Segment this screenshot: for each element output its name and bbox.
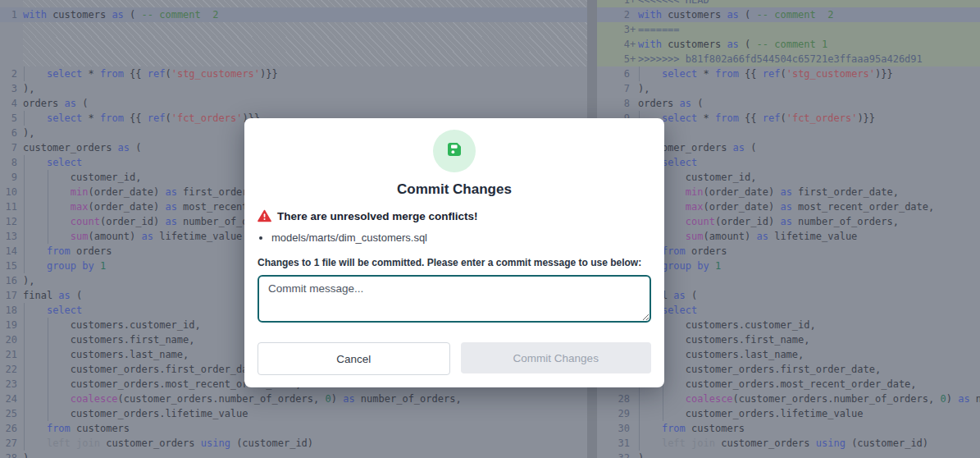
code-text: with customers as ( -- comment 2 [23, 7, 587, 22]
line-number: 5 [597, 52, 630, 66]
code-text: group by 1 [638, 259, 980, 273]
code-text: customer_orders.lifetime_value [638, 406, 980, 421]
code-text: from customers [23, 421, 587, 436]
code-line[interactable]: 3), [0, 81, 587, 96]
line-number: 28 [0, 451, 17, 458]
diff-add-mark [17, 52, 23, 66]
code-line[interactable]: 32) [597, 451, 980, 458]
code-line[interactable]: 24 coalesce(customer_orders.number_of_or… [0, 392, 587, 406]
code-line[interactable]: 1+<<<<<<< HEAD [597, 0, 980, 7]
code-text: left join customer_orders using (custome… [638, 436, 980, 451]
code-text: select * from {{ ref('stg_customers')}} [638, 66, 980, 81]
code-line[interactable]: 26 from customers [0, 421, 587, 436]
code-text: coalesce(customer_orders.number_of_order… [638, 392, 980, 406]
diff-add-mark [17, 155, 23, 170]
line-number [0, 0, 17, 7]
cancel-button[interactable]: Cancel [258, 342, 450, 375]
code-text: count(order_id) as number_of_orders, [638, 214, 980, 229]
dialog-buttons: Cancel Commit Changes [258, 342, 651, 375]
line-number: 15 [0, 259, 17, 273]
commit-changes-button[interactable]: Commit Changes [461, 342, 652, 373]
diff-add-mark [17, 362, 23, 377]
code-line[interactable]: 8orders as ( [597, 96, 980, 111]
code-line[interactable]: 2with customers as ( -- comment 2 [597, 7, 980, 22]
line-number: 7 [597, 81, 630, 96]
hatch-pattern [23, 52, 587, 66]
line-number: 24 [0, 392, 17, 406]
line-number: 27 [0, 436, 17, 451]
diff-add-mark [17, 140, 23, 155]
diff-add-mark [17, 421, 23, 436]
diff-filler-row[interactable] [0, 37, 587, 52]
code-line[interactable]: 27 left join customer_orders using (cust… [0, 436, 587, 451]
line-number: 20 [0, 332, 17, 347]
diff-filler-row[interactable] [0, 52, 587, 66]
code-text: max(order_date) as most_recent_order_dat… [638, 199, 980, 214]
diff-add-mark: + [630, 22, 638, 37]
code-line[interactable]: 31 left join customer_orders using (cust… [597, 436, 980, 451]
code-text: customers.first_name, [638, 332, 980, 347]
code-line[interactable]: 25 customer_orders.lifetime_value [0, 406, 587, 421]
diff-add-mark [17, 214, 23, 229]
diff-add-mark [630, 392, 638, 406]
diff-add-mark [17, 0, 23, 7]
conflict-file-item: models/marts/dim_customers.sql [258, 231, 651, 244]
code-line[interactable]: 30 from customers [597, 421, 980, 436]
diff-add-mark [630, 96, 638, 111]
diff-add-mark [630, 81, 638, 96]
code-line[interactable]: 6 select * from {{ ref('stg_customers')}… [597, 66, 980, 81]
code-line[interactable]: 1with customers as ( -- comment 2 [0, 7, 587, 22]
code-line[interactable]: 5+>>>>>>> b81f802a66fd544504c65721e3ffaa… [597, 52, 980, 66]
code-line[interactable]: 3+======= [597, 22, 980, 37]
code-line[interactable]: 2 select * from {{ ref('stg_customers')}… [0, 66, 587, 81]
code-text: ), [23, 81, 587, 96]
diff-add-mark: + [630, 0, 638, 7]
diff-add-mark [630, 451, 638, 458]
code-text: >>>>>>> b81f802a66fd544504c65721e3ffaaa9… [638, 52, 980, 66]
diff-add-mark: + [630, 37, 638, 52]
hatch-pattern [23, 37, 587, 52]
diff-add-mark [17, 406, 23, 421]
diff-add-mark: + [630, 52, 638, 66]
app-root: 1with customers as ( -- comment 22 selec… [0, 0, 980, 458]
line-number: 21 [0, 347, 17, 362]
line-number [0, 22, 17, 37]
line-number: 9 [0, 170, 17, 185]
code-line[interactable]: 7), [597, 81, 980, 96]
code-line[interactable]: 28 coalesce(customer_orders.number_of_or… [597, 392, 980, 406]
code-text: customer_orders.lifetime_value [23, 406, 587, 421]
icon-badge [433, 130, 476, 172]
hatch-pattern [23, 22, 587, 37]
diff-add-mark [17, 7, 23, 22]
code-line[interactable]: 29 customer_orders.lifetime_value [597, 406, 980, 421]
code-text: customer_orders.first_order_date, [638, 362, 980, 377]
line-number: 26 [0, 421, 17, 436]
bullet-dot [259, 236, 262, 240]
diff-add-mark [17, 451, 23, 458]
line-number: 4 [597, 37, 630, 52]
code-line[interactable]: 4+with customers as ( -- comment 1 [597, 37, 980, 52]
conflict-file-path: models/marts/dim_customers.sql [271, 231, 427, 244]
code-text: ), [638, 126, 980, 140]
commit-message-input[interactable] [258, 275, 651, 323]
diff-filler-row[interactable] [0, 22, 587, 37]
code-text: customer_id, [638, 170, 980, 185]
line-number: 16 [0, 273, 17, 288]
code-line[interactable]: 4orders as ( [0, 96, 587, 111]
code-line[interactable]: 28) [0, 451, 587, 458]
line-number: 8 [597, 96, 630, 111]
code-text: select * from {{ ref('stg_customers')}} [23, 66, 587, 81]
line-number: 29 [597, 406, 630, 421]
line-number: 22 [0, 362, 17, 377]
floppy-save-icon [444, 140, 464, 163]
instruction-text: Changes to 1 file will be committed. Ple… [258, 257, 651, 268]
diff-add-mark [17, 318, 23, 332]
line-number: 5 [0, 111, 17, 126]
diff-filler-row[interactable] [0, 0, 587, 7]
code-text: ), [638, 81, 980, 96]
code-text: orders as ( [638, 96, 980, 111]
code-text: min(order_date) as first_order_date, [638, 185, 980, 199]
line-number: 23 [0, 377, 17, 392]
code-text: customers.customer_id, [638, 318, 980, 332]
code-text: select [638, 155, 980, 170]
